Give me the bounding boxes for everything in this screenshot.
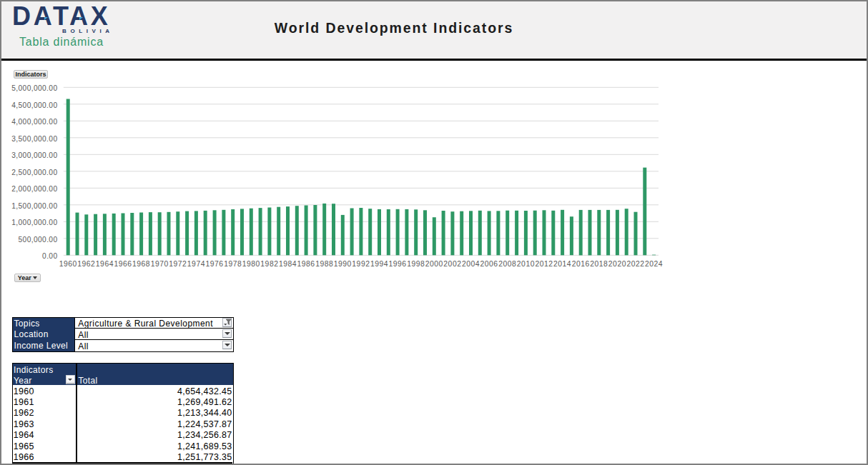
- svg-text:1994: 1994: [370, 260, 388, 268]
- svg-text:1986: 1986: [297, 260, 315, 268]
- svg-text:1992: 1992: [352, 260, 370, 268]
- svg-text:3,500,000.00: 3,500,000.00: [11, 135, 57, 143]
- svg-text:2018: 2018: [590, 260, 608, 268]
- svg-text:1972: 1972: [169, 260, 187, 268]
- svg-text:2024: 2024: [645, 260, 663, 268]
- svg-text:1,000,000.00: 1,000,000.00: [11, 219, 57, 226]
- svg-text:2000: 2000: [425, 260, 443, 268]
- svg-text:1998: 1998: [407, 260, 425, 268]
- svg-text:1976: 1976: [206, 260, 224, 268]
- svg-text:2022: 2022: [626, 260, 644, 268]
- svg-text:2004: 2004: [462, 260, 480, 268]
- svg-text:1962: 1962: [77, 260, 95, 268]
- svg-text:1968: 1968: [132, 260, 150, 268]
- svg-text:0.00: 0.00: [42, 252, 57, 260]
- svg-text:2002: 2002: [443, 260, 461, 268]
- svg-text:5,000,000.00: 5,000,000.00: [11, 84, 57, 92]
- svg-text:3,000,000.00: 3,000,000.00: [11, 151, 57, 159]
- svg-text:2006: 2006: [480, 260, 498, 268]
- svg-text:1996: 1996: [389, 260, 407, 268]
- svg-text:1974: 1974: [187, 260, 205, 268]
- svg-text:500,000.00: 500,000.00: [19, 236, 58, 244]
- svg-text:1984: 1984: [279, 260, 297, 268]
- svg-text:1960: 1960: [59, 260, 77, 268]
- svg-text:1988: 1988: [315, 260, 333, 268]
- svg-text:1982: 1982: [260, 260, 278, 268]
- svg-text:4,500,000.00: 4,500,000.00: [11, 101, 57, 109]
- svg-text:2,000,000.00: 2,000,000.00: [11, 185, 57, 193]
- svg-text:1980: 1980: [242, 260, 260, 268]
- svg-text:2016: 2016: [572, 260, 590, 268]
- svg-text:2014: 2014: [553, 260, 571, 268]
- svg-text:4,000,000.00: 4,000,000.00: [11, 118, 57, 126]
- svg-text:2008: 2008: [498, 260, 516, 268]
- svg-text:2010: 2010: [517, 260, 535, 268]
- svg-text:2020: 2020: [608, 260, 626, 268]
- svg-text:1964: 1964: [96, 260, 114, 268]
- svg-text:1966: 1966: [114, 260, 132, 268]
- svg-text:1978: 1978: [224, 260, 242, 268]
- svg-text:2012: 2012: [535, 260, 553, 268]
- svg-text:2,500,000.00: 2,500,000.00: [11, 169, 57, 176]
- svg-text:1990: 1990: [334, 260, 352, 268]
- svg-text:1970: 1970: [151, 260, 169, 268]
- svg-text:1,500,000.00: 1,500,000.00: [11, 202, 57, 210]
